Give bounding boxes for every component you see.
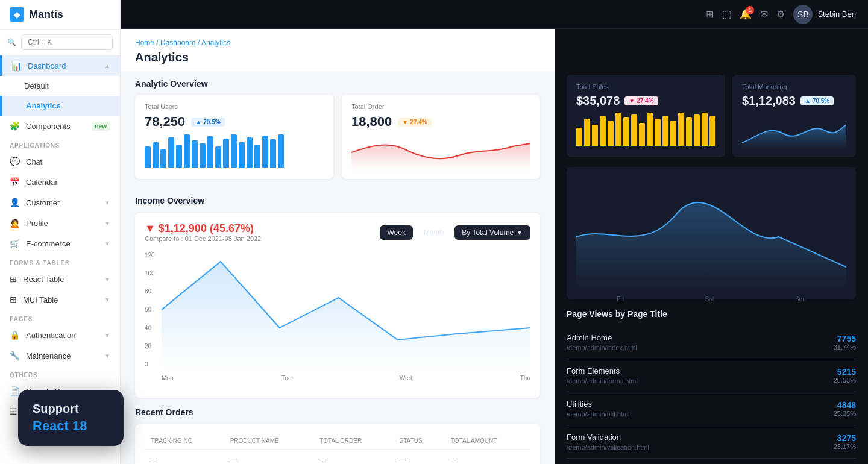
income-section: Income Overview ▼ $1,12,900 (45.67%) Com…: [121, 196, 555, 398]
content-area: Home / Dashboard / Analytics Analytics A…: [121, 29, 868, 464]
marketing-value: $1,12,083 ▲ 70.5%: [742, 94, 846, 108]
section-overview-label: Analytic Overview: [135, 72, 540, 95]
nav-default[interactable]: Default: [0, 76, 120, 96]
sales-value: $35,078 ▼ 27.4%: [576, 94, 715, 108]
support-popup-line1: Support: [33, 402, 109, 416]
support-popup[interactable]: Support React 18: [18, 390, 124, 446]
bar: [184, 134, 190, 168]
pv-pct-1: 28.53%: [834, 377, 856, 384]
chevron-right4-icon: ▼: [104, 276, 110, 283]
col-product: PRODUCT NAME: [224, 433, 314, 450]
page-views-section: Page Views by Page Title Admin Home /dem…: [567, 309, 856, 464]
month-button[interactable]: Month: [417, 225, 451, 240]
nav-react-table[interactable]: ⊞ React Table ▼: [0, 269, 120, 289]
volume-button[interactable]: By Total Volume ▼: [454, 225, 530, 240]
pv-item-2: Utilities /demo/admin/util.html 4848 25.…: [567, 392, 856, 425]
week-button[interactable]: Week: [380, 225, 412, 240]
users-badge: ▲ 70.5%: [191, 118, 224, 127]
bar: [662, 116, 668, 146]
mui-table-icon: ⊞: [10, 295, 17, 304]
pv-url-1: /demo/admin/forms.html: [567, 377, 638, 384]
nav-dashboard[interactable]: 📊 Dashboard ▲: [0, 55, 120, 76]
nav-customer[interactable]: 👤 Customer ▼: [0, 192, 120, 213]
page-title: Analytics: [135, 51, 540, 64]
section-forms: Forms & Tables: [0, 254, 120, 269]
dark-cards-row: Total Sales $35,078 ▼ 27.4%: [567, 75, 856, 157]
pv-count-3: 3275: [834, 433, 856, 443]
nav-components[interactable]: 🧩 Components new: [0, 116, 120, 136]
auth-icon: 🔒: [10, 330, 20, 340]
nav-analytics[interactable]: Analytics: [0, 96, 120, 116]
sales-chart: [576, 113, 715, 146]
marketing-chart: [742, 113, 846, 149]
notification-icon[interactable]: 🔔 1: [740, 8, 752, 20]
mail-icon[interactable]: ✉: [760, 8, 768, 20]
bar: [678, 113, 684, 146]
search-input[interactable]: [21, 34, 113, 50]
notif-badge: 1: [746, 6, 754, 14]
bar: [709, 116, 715, 146]
chevron-right5-icon: ▼: [104, 296, 110, 303]
pv-item-1: Form Elements /demo/admin/forms.html 521…: [567, 359, 856, 392]
section-pages: Pages: [0, 310, 120, 325]
bar: [254, 145, 260, 168]
marketing-label: Total Marketing: [742, 83, 846, 90]
chevron-right-icon: ▼: [104, 199, 110, 206]
bar: [655, 119, 661, 146]
bar: [231, 134, 237, 168]
dark-income-chart: Fri Sat Sun: [567, 167, 856, 299]
bar: [686, 117, 692, 146]
bar: [584, 119, 590, 146]
section-applications: Applications: [0, 136, 120, 151]
nav-maintenance[interactable]: 🔧 Maintenance ▼: [0, 345, 120, 366]
profile-icon: 🙍: [10, 218, 20, 228]
pv-name-1: Form Elements: [567, 366, 638, 375]
bar: [608, 121, 614, 146]
stat-cards-row: Total Users 78,250 ▲ 70.5%: [135, 95, 540, 179]
nav-profile[interactable]: 🙍 Profile ▼: [0, 213, 120, 233]
components-icon: 🧩: [10, 121, 20, 131]
light-panel: Home / Dashboard / Analytics Analytics A…: [121, 29, 555, 464]
income-card: ▼ $1,12,900 (45.67%) Compare to : 01 Dec…: [135, 213, 540, 398]
bar: [631, 114, 637, 146]
pv-count-2: 4848: [834, 400, 856, 410]
new-badge: new: [92, 122, 110, 131]
menu-icon: ☰: [10, 407, 17, 416]
bar: [247, 137, 253, 168]
income-chart: 120 100 80 60 40 20 0: [145, 249, 530, 388]
orders-badge: ▼ 27.4%: [398, 118, 431, 127]
search-container: 🔍: [0, 30, 120, 55]
orders-chart: [351, 134, 530, 171]
bar: [615, 113, 621, 146]
nav-chat[interactable]: 💬 Chat: [0, 151, 120, 172]
orders-value-row: 18,800 ▼ 27.4%: [351, 114, 530, 130]
grid-icon[interactable]: ⊞: [706, 8, 714, 20]
logo-icon: ◆: [10, 7, 24, 22]
app-title: Mantis: [29, 8, 63, 21]
bar: [168, 137, 174, 168]
nav-calendar[interactable]: 📅 Calendar: [0, 172, 120, 192]
pv-count-1: 5215: [834, 367, 856, 377]
page-views-title: Page Views by Page Title: [567, 309, 856, 319]
pv-url-3: /demo/admin/validation.html: [567, 444, 649, 451]
col-status: STATUS: [394, 433, 445, 450]
nav-ecommerce[interactable]: 🛒 E-commerce ▼: [0, 233, 120, 254]
settings-icon[interactable]: ⚙: [776, 8, 785, 20]
chevron-up-icon: ▲: [104, 63, 110, 69]
nav-mui-table[interactable]: ⊞ MUI Table ▼: [0, 289, 120, 310]
income-controls: Week Month By Total Volume ▼: [380, 225, 530, 240]
orders-title: Recent Orders: [135, 407, 540, 417]
bar: [160, 149, 166, 168]
customer-icon: 👤: [10, 198, 20, 207]
layout-icon[interactable]: ⬚: [722, 8, 731, 20]
bar: [278, 134, 284, 168]
user-info: SB Stebin Ben: [793, 5, 856, 24]
income-value: ▼ $1,12,900 (45.67%): [145, 222, 261, 235]
right-content: Total Sales $35,078 ▼ 27.4%: [555, 29, 868, 464]
bar: [600, 116, 606, 146]
bar: [153, 142, 159, 168]
nav-authentication[interactable]: 🔒 Authentication ▼: [0, 325, 120, 345]
sales-badge: ▼ 27.4%: [624, 96, 658, 105]
orders-label: Total Order: [351, 103, 530, 110]
bar: [200, 143, 206, 168]
